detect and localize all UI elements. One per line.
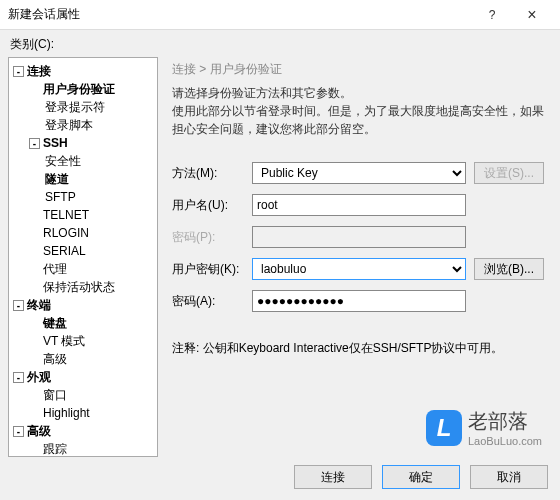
description: 请选择身份验证方法和其它参数。 使用此部分以节省登录时间。但是，为了最大限度地提… bbox=[172, 84, 544, 138]
userkey-label: 用户密钥(K): bbox=[172, 261, 252, 278]
note-text: 注释: 公钥和Keyboard Interactive仅在SSH/SFTP协议中… bbox=[172, 340, 544, 357]
tree-appearance[interactable]: -外观 bbox=[11, 368, 155, 386]
collapse-icon[interactable]: - bbox=[13, 426, 24, 437]
browse-button[interactable]: 浏览(B)... bbox=[474, 258, 544, 280]
tree-ssh[interactable]: -SSH bbox=[11, 134, 155, 152]
watermark-logo-icon: L bbox=[426, 410, 462, 446]
tree-sftp[interactable]: SFTP bbox=[11, 188, 155, 206]
tree-login-script[interactable]: 登录脚本 bbox=[11, 116, 155, 134]
tree-connection[interactable]: -连接 bbox=[11, 62, 155, 80]
tree-highlight[interactable]: Highlight bbox=[11, 404, 155, 422]
username-input[interactable] bbox=[252, 194, 466, 216]
tree-terminal[interactable]: -终端 bbox=[11, 296, 155, 314]
content-panel: 连接 > 用户身份验证 请选择身份验证方法和其它参数。 使用此部分以节省登录时间… bbox=[158, 57, 552, 457]
category-label: 类别(C): bbox=[0, 30, 560, 57]
tree-advanced[interactable]: -高级 bbox=[11, 422, 155, 440]
titlebar: 新建会话属性 ? × bbox=[0, 0, 560, 30]
userkey-select[interactable]: laobuluo bbox=[252, 258, 466, 280]
username-label: 用户名(U): bbox=[172, 197, 252, 214]
method-label: 方法(M): bbox=[172, 165, 252, 182]
settings-button: 设置(S)... bbox=[474, 162, 544, 184]
tree-window[interactable]: 窗口 bbox=[11, 386, 155, 404]
tree-keepalive[interactable]: 保持活动状态 bbox=[11, 278, 155, 296]
window-title: 新建会话属性 bbox=[8, 6, 472, 23]
breadcrumb: 连接 > 用户身份验证 bbox=[172, 57, 544, 84]
tree-rlogin[interactable]: RLOGIN bbox=[11, 224, 155, 242]
watermark-name: 老部落 bbox=[468, 408, 542, 435]
tree-serial[interactable]: SERIAL bbox=[11, 242, 155, 260]
footer: 连接 确定 取消 bbox=[0, 457, 560, 497]
watermark-url: LaoBuLuo.com bbox=[468, 435, 542, 447]
tree-tunnel[interactable]: 隧道 bbox=[11, 170, 155, 188]
collapse-icon[interactable]: - bbox=[29, 138, 40, 149]
passphrase-input[interactable] bbox=[252, 290, 466, 312]
collapse-icon[interactable]: - bbox=[13, 66, 24, 77]
close-icon[interactable]: × bbox=[512, 6, 552, 24]
tree-keyboard[interactable]: 键盘 bbox=[11, 314, 155, 332]
tree-security[interactable]: 安全性 bbox=[11, 152, 155, 170]
tree-advanced-t[interactable]: 高级 bbox=[11, 350, 155, 368]
tree-proxy[interactable]: 代理 bbox=[11, 260, 155, 278]
password-label: 密码(P): bbox=[172, 229, 252, 246]
watermark: L 老部落 LaoBuLuo.com bbox=[426, 408, 542, 447]
collapse-icon[interactable]: - bbox=[13, 372, 24, 383]
tree-telnet[interactable]: TELNET bbox=[11, 206, 155, 224]
connect-button[interactable]: 连接 bbox=[294, 465, 372, 489]
tree-trace[interactable]: 跟踪 bbox=[11, 440, 155, 457]
tree-vtmode[interactable]: VT 模式 bbox=[11, 332, 155, 350]
category-tree[interactable]: -连接 用户身份验证 登录提示符 登录脚本 -SSH 安全性 隧道 SFTP T… bbox=[8, 57, 158, 457]
help-icon[interactable]: ? bbox=[472, 8, 512, 22]
collapse-icon[interactable]: - bbox=[13, 300, 24, 311]
password-input bbox=[252, 226, 466, 248]
passphrase-label: 密码(A): bbox=[172, 293, 252, 310]
ok-button[interactable]: 确定 bbox=[382, 465, 460, 489]
tree-auth[interactable]: 用户身份验证 bbox=[11, 80, 155, 98]
tree-login-prompt[interactable]: 登录提示符 bbox=[11, 98, 155, 116]
cancel-button[interactable]: 取消 bbox=[470, 465, 548, 489]
method-select[interactable]: Public Key bbox=[252, 162, 466, 184]
